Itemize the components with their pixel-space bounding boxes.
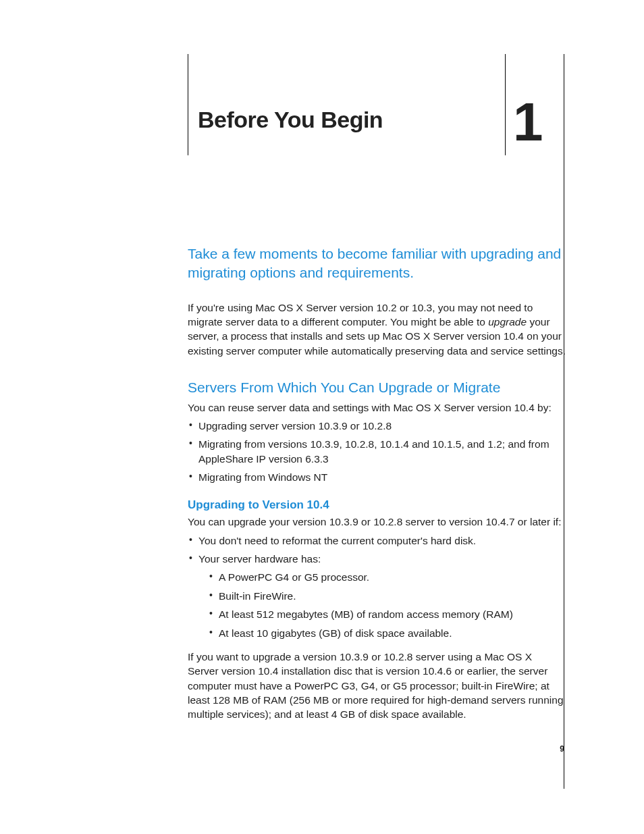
chapter-title: Before You Begin bbox=[198, 107, 383, 133]
section2-tail: If you want to upgrade a version 10.3.9 … bbox=[188, 650, 566, 722]
list-item: Migrating from versions 10.3.9, 10.2.8, … bbox=[188, 437, 566, 466]
section2-bullets: You don't need to reformat the current c… bbox=[188, 533, 566, 640]
list-item: Migrating from Windows NT bbox=[188, 470, 566, 484]
section2-nested-bullets: A PowerPC G4 or G5 processor. Built-in F… bbox=[198, 570, 566, 640]
intro-text-pre: If you're using Mac OS X Server version … bbox=[188, 302, 533, 328]
list-item: You don't need to reformat the current c… bbox=[188, 533, 566, 548]
section-heading-servers: Servers From Which You Can Upgrade or Mi… bbox=[188, 378, 566, 397]
section1-bullets: Upgrading server version 10.3.9 or 10.2.… bbox=[188, 419, 566, 485]
list-item: Upgrading server version 10.3.9 or 10.2.… bbox=[188, 419, 566, 433]
list-item-text: Your server hardware has: bbox=[198, 553, 321, 565]
section-heading-upgrading: Upgrading to Version 10.4 bbox=[188, 498, 566, 513]
list-item: A PowerPC G4 or G5 processor. bbox=[208, 570, 566, 584]
content-column: Take a few moments to become familiar wi… bbox=[188, 244, 566, 738]
intro-text-em: upgrade bbox=[488, 316, 527, 328]
rule-left-top bbox=[188, 54, 188, 155]
list-item: Built-in FireWire. bbox=[208, 589, 566, 603]
intro-callout: Take a few moments to become familiar wi… bbox=[188, 244, 566, 283]
section1-lead: You can reuse server data and settings w… bbox=[188, 400, 566, 415]
rule-right-top bbox=[505, 54, 506, 155]
section2-lead: You can upgrade your version 10.3.9 or 1… bbox=[188, 515, 566, 529]
list-item: At least 512 megabytes (MB) of random ac… bbox=[208, 607, 566, 621]
chapter-number: 1 bbox=[513, 91, 542, 153]
list-item: Your server hardware has: A PowerPC G4 o… bbox=[188, 552, 566, 640]
page: Before You Begin 1 Take a few moments to… bbox=[0, 0, 644, 834]
intro-paragraph: If you're using Mac OS X Server version … bbox=[188, 301, 566, 359]
list-item: At least 10 gigabytes (GB) of disk space… bbox=[208, 626, 566, 640]
page-number: 9 bbox=[560, 744, 564, 754]
